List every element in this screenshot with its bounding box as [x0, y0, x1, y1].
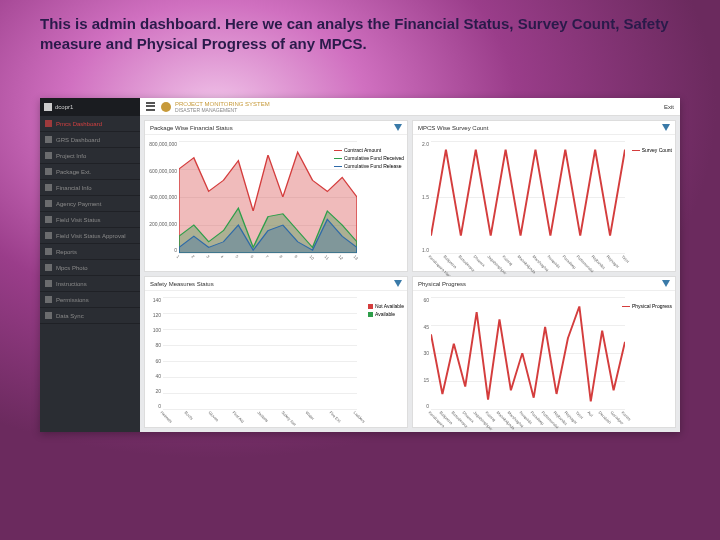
sidebar-item-package-ext-[interactable]: Package Ext.	[40, 164, 140, 180]
sidebar-item-grs-dashboard[interactable]: GRS Dashboard	[40, 132, 140, 148]
legend-item: Cumulative Fund Received	[334, 155, 404, 162]
legend-item: Physical Progress	[622, 303, 672, 310]
filter-icon[interactable]	[662, 124, 670, 131]
axis-tick: 1	[168, 254, 180, 266]
filter-icon[interactable]	[394, 280, 402, 287]
sidebar-item-label: Package Ext.	[56, 169, 91, 175]
card-physical-progress: Physical Progress 604530150 KendraparaBa…	[412, 276, 676, 428]
brand-subtitle: DISASTER MANAGEMENT	[175, 107, 270, 113]
chart-grid: Package Wise Financial Status 800,000,00…	[140, 116, 680, 432]
legend-item: Contract Amount	[334, 147, 404, 154]
legend-swatch	[334, 150, 342, 151]
topbar: PROJECT MONITORING SYSTEM DISASTER MANAG…	[140, 98, 680, 116]
dashboard-icon	[45, 120, 52, 127]
axis-tick: 60	[423, 297, 429, 303]
axis-tick: 4	[212, 254, 224, 266]
filter-icon[interactable]	[394, 124, 402, 131]
axis-tick: 40	[155, 373, 161, 379]
axis-tick: 0	[174, 247, 177, 253]
axis-tick: Fire Ext.	[321, 410, 333, 422]
package-icon	[45, 168, 52, 175]
sidebar-item-label: Mpcs Photo	[56, 265, 88, 271]
camera-icon	[45, 264, 52, 271]
legend-item: Not Available	[368, 303, 404, 310]
axis-tick: 1.0	[422, 247, 429, 253]
legend-item: Available	[368, 311, 404, 318]
sidebar-item-mpcs-photo[interactable]: Mpcs Photo	[40, 260, 140, 276]
sidebar-item-label: Financial Info	[56, 185, 92, 191]
sidebar-item-financial-info[interactable]: Financial Info	[40, 180, 140, 196]
axis-tick: 2	[182, 254, 194, 266]
axis-tick: 30	[423, 350, 429, 356]
brand-title: PROJECT MONITORING SYSTEM	[175, 101, 270, 107]
axis-tick: Safety Net	[272, 410, 284, 422]
legend-label: Cumulative Fund Received	[344, 155, 404, 162]
legend-item: Cumulative Fund Release	[334, 163, 404, 170]
legend-item: Survey Count	[632, 147, 672, 154]
sidebar-item-label: Permissions	[56, 297, 89, 303]
legend-label: Contract Amount	[344, 147, 381, 154]
exit-button[interactable]: Exit	[664, 104, 674, 110]
legend-label: Cumulative Fund Release	[344, 163, 402, 170]
sidebar-item-label: Pmcs Dashboard	[56, 121, 102, 127]
sidebar-item-field-visit-status-approval[interactable]: Field Visit Status Approval	[40, 228, 140, 244]
sidebar-item-field-visit-status[interactable]: Field Visit Status	[40, 212, 140, 228]
lock-icon	[45, 296, 52, 303]
sidebar-item-label: Agency Payment	[56, 201, 101, 207]
axis-tick: 2.0	[422, 141, 429, 147]
legend-swatch	[632, 150, 640, 151]
check-icon	[45, 232, 52, 239]
legend-swatch	[368, 304, 373, 309]
sidebar-item-permissions[interactable]: Permissions	[40, 292, 140, 308]
sidebar-item-label: Data Sync	[56, 313, 84, 319]
axis-tick: 20	[155, 388, 161, 394]
slide-caption: This is admin dashboard. Here we can ana…	[40, 14, 680, 55]
brand-text: PROJECT MONITORING SYSTEM DISASTER MANAG…	[175, 101, 270, 113]
axis-tick: 13	[345, 254, 357, 266]
chart-icon	[45, 312, 52, 319]
legend-swatch	[334, 166, 342, 167]
axis-tick: 140	[153, 297, 161, 303]
filter-icon[interactable]	[662, 280, 670, 287]
menu-icon[interactable]	[146, 102, 155, 111]
axis-tick: 80	[155, 342, 161, 348]
card-safety-measures: Safety Measures Status 14012010080604020…	[144, 276, 408, 428]
sidebar-item-label: Project Info	[56, 153, 86, 159]
sidebar-item-reports[interactable]: Reports	[40, 244, 140, 260]
brand-logo-icon	[161, 102, 171, 112]
sidebar-item-label: Field Visit Status Approval	[56, 233, 126, 239]
sidebar-header: dcopr1	[40, 98, 140, 116]
legend-label: Survey Count	[642, 147, 672, 154]
axis-tick: 0	[426, 403, 429, 409]
axis-tick: 600,000,000	[149, 168, 177, 174]
axis-tick: Kendrapara High	[420, 254, 432, 266]
card-title: MPCS Wise Survey Count	[418, 125, 488, 131]
axis-tick: 100	[153, 327, 161, 333]
axis-tick: 7	[256, 254, 268, 266]
legend-label: Available	[375, 311, 395, 318]
user-icon	[45, 200, 52, 207]
card-financial-status: Package Wise Financial Status 800,000,00…	[144, 120, 408, 272]
sidebar-item-agency-payment[interactable]: Agency Payment	[40, 196, 140, 212]
axis-tick: 60	[155, 358, 161, 364]
axis-tick: Water	[296, 410, 308, 422]
sidebar-item-pmcs-dashboard[interactable]: Pmcs Dashboard	[40, 116, 140, 132]
hardhat-icon	[45, 216, 52, 223]
axis-tick: Gloves	[200, 410, 212, 422]
axis-tick: 15	[423, 377, 429, 383]
axis-tick: 800,000,000	[149, 141, 177, 147]
instruction-icon	[45, 280, 52, 287]
sidebar-item-label: GRS Dashboard	[56, 137, 100, 143]
axis-tick: 3	[197, 254, 209, 266]
sidebar-item-instructions[interactable]: Instructions	[40, 276, 140, 292]
legend-swatch	[334, 158, 342, 159]
sidebar-item-data-sync[interactable]: Data Sync	[40, 308, 140, 324]
sidebar-item-project-info[interactable]: Project Info	[40, 148, 140, 164]
axis-tick: Jackets	[248, 410, 260, 422]
card-title: Physical Progress	[418, 281, 466, 287]
axis-tick: Helmets	[152, 410, 164, 422]
grid-icon	[45, 136, 52, 143]
axis-tick: 6	[241, 254, 253, 266]
axis-tick: 12	[330, 254, 342, 266]
card-title: Package Wise Financial Status	[150, 125, 233, 131]
